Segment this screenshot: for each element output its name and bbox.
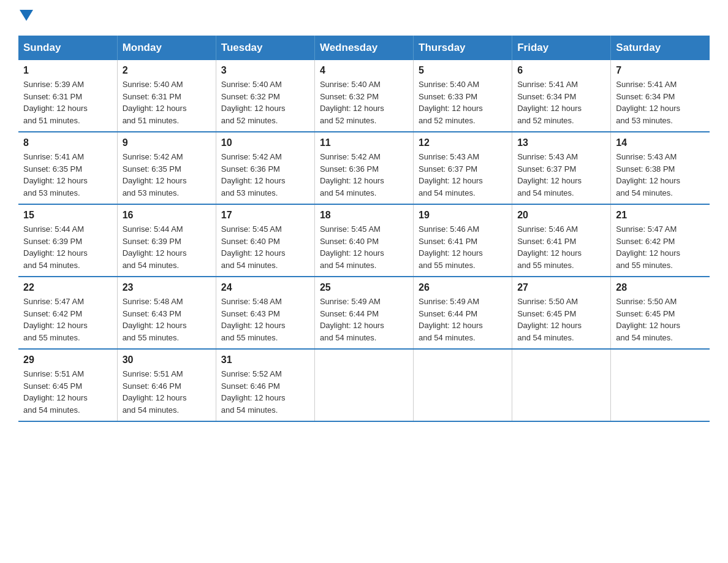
calendar-cell: 6Sunrise: 5:41 AMSunset: 6:34 PMDaylight…: [512, 60, 611, 132]
calendar-week-row: 8Sunrise: 5:41 AMSunset: 6:35 PMDaylight…: [18, 132, 710, 204]
calendar-table: SundayMondayTuesdayWednesdayThursdayFrid…: [18, 36, 710, 422]
calendar-cell: 16Sunrise: 5:44 AMSunset: 6:39 PMDayligh…: [117, 204, 216, 277]
day-number: 30: [123, 354, 211, 366]
day-number: 22: [23, 282, 112, 293]
day-info: Sunrise: 5:43 AMSunset: 6:37 PMDaylight:…: [517, 151, 605, 199]
calendar-cell: 12Sunrise: 5:43 AMSunset: 6:37 PMDayligh…: [414, 132, 512, 204]
calendar-cell: 14Sunrise: 5:43 AMSunset: 6:38 PMDayligh…: [611, 132, 710, 204]
day-info: Sunrise: 5:47 AMSunset: 6:42 PMDaylight:…: [23, 296, 112, 343]
day-info: Sunrise: 5:45 AMSunset: 6:40 PMDaylight:…: [221, 223, 309, 271]
day-number: 6: [517, 65, 605, 76]
calendar-cell: [314, 349, 413, 421]
calendar-header-thursday: Thursday: [414, 36, 512, 60]
day-number: 26: [419, 282, 507, 293]
calendar-cell: 22Sunrise: 5:47 AMSunset: 6:42 PMDayligh…: [18, 277, 117, 349]
calendar-cell: 5Sunrise: 5:40 AMSunset: 6:33 PMDaylight…: [414, 60, 512, 132]
day-info: Sunrise: 5:46 AMSunset: 6:41 PMDaylight:…: [419, 223, 507, 271]
calendar-header-monday: Monday: [117, 36, 216, 60]
calendar-header-sunday: Sunday: [18, 36, 117, 60]
day-info: Sunrise: 5:48 AMSunset: 6:43 PMDaylight:…: [123, 296, 211, 343]
calendar-cell: 23Sunrise: 5:48 AMSunset: 6:43 PMDayligh…: [117, 277, 216, 349]
calendar-cell: 7Sunrise: 5:41 AMSunset: 6:34 PMDaylight…: [611, 60, 710, 132]
logo-arrow-icon: [20, 10, 33, 23]
calendar-cell: 3Sunrise: 5:40 AMSunset: 6:32 PMDaylight…: [216, 60, 314, 132]
day-info: Sunrise: 5:50 AMSunset: 6:45 PMDaylight:…: [517, 296, 605, 343]
calendar-cell: 17Sunrise: 5:45 AMSunset: 6:40 PMDayligh…: [216, 204, 314, 277]
calendar-cell: 24Sunrise: 5:48 AMSunset: 6:43 PMDayligh…: [216, 277, 314, 349]
day-number: 8: [23, 137, 112, 148]
calendar-cell: 28Sunrise: 5:50 AMSunset: 6:45 PMDayligh…: [611, 277, 710, 349]
day-info: Sunrise: 5:41 AMSunset: 6:34 PMDaylight:…: [517, 79, 605, 126]
calendar-week-row: 29Sunrise: 5:51 AMSunset: 6:45 PMDayligh…: [18, 349, 710, 421]
calendar-cell: 18Sunrise: 5:45 AMSunset: 6:40 PMDayligh…: [314, 204, 413, 277]
calendar-cell: 26Sunrise: 5:49 AMSunset: 6:44 PMDayligh…: [414, 277, 512, 349]
day-number: 27: [517, 282, 605, 293]
day-info: Sunrise: 5:51 AMSunset: 6:45 PMDaylight:…: [23, 368, 112, 416]
day-number: 14: [616, 137, 705, 148]
day-number: 13: [517, 137, 605, 148]
day-number: 5: [419, 65, 507, 76]
day-number: 2: [123, 65, 211, 76]
day-info: Sunrise: 5:49 AMSunset: 6:44 PMDaylight:…: [320, 296, 408, 343]
day-number: 25: [320, 282, 408, 293]
day-info: Sunrise: 5:44 AMSunset: 6:39 PMDaylight:…: [123, 223, 211, 271]
day-info: Sunrise: 5:49 AMSunset: 6:44 PMDaylight:…: [419, 296, 507, 343]
day-number: 15: [23, 210, 112, 221]
day-info: Sunrise: 5:43 AMSunset: 6:38 PMDaylight:…: [616, 151, 705, 199]
calendar-header-tuesday: Tuesday: [216, 36, 314, 60]
calendar-header-friday: Friday: [512, 36, 611, 60]
day-number: 9: [123, 137, 211, 148]
day-number: 23: [123, 282, 211, 293]
day-number: 18: [320, 210, 408, 221]
calendar-week-row: 15Sunrise: 5:44 AMSunset: 6:39 PMDayligh…: [18, 204, 710, 277]
calendar-header-wednesday: Wednesday: [314, 36, 413, 60]
day-info: Sunrise: 5:48 AMSunset: 6:43 PMDaylight:…: [221, 296, 309, 343]
svg-marker-0: [20, 10, 33, 21]
calendar-cell: 19Sunrise: 5:46 AMSunset: 6:41 PMDayligh…: [414, 204, 512, 277]
day-number: 20: [517, 210, 605, 221]
calendar-week-row: 22Sunrise: 5:47 AMSunset: 6:42 PMDayligh…: [18, 277, 710, 349]
day-info: Sunrise: 5:42 AMSunset: 6:35 PMDaylight:…: [123, 151, 211, 199]
day-info: Sunrise: 5:39 AMSunset: 6:31 PMDaylight:…: [23, 79, 112, 126]
day-number: 16: [123, 210, 211, 221]
logo: [18, 12, 33, 23]
day-info: Sunrise: 5:40 AMSunset: 6:31 PMDaylight:…: [123, 79, 211, 126]
day-info: Sunrise: 5:40 AMSunset: 6:32 PMDaylight:…: [320, 79, 408, 126]
day-number: 3: [221, 65, 309, 76]
day-number: 19: [419, 210, 507, 221]
day-info: Sunrise: 5:52 AMSunset: 6:46 PMDaylight:…: [221, 368, 309, 416]
day-number: 21: [616, 210, 705, 221]
calendar-cell: [414, 349, 512, 421]
day-info: Sunrise: 5:41 AMSunset: 6:35 PMDaylight:…: [23, 151, 112, 199]
day-number: 28: [616, 282, 705, 293]
day-number: 7: [616, 65, 705, 76]
calendar-cell: 25Sunrise: 5:49 AMSunset: 6:44 PMDayligh…: [314, 277, 413, 349]
day-number: 1: [23, 65, 112, 76]
calendar-cell: 4Sunrise: 5:40 AMSunset: 6:32 PMDaylight…: [314, 60, 413, 132]
day-info: Sunrise: 5:40 AMSunset: 6:33 PMDaylight:…: [419, 79, 507, 126]
day-info: Sunrise: 5:46 AMSunset: 6:41 PMDaylight:…: [517, 223, 605, 271]
calendar-week-row: 1Sunrise: 5:39 AMSunset: 6:31 PMDaylight…: [18, 60, 710, 132]
day-info: Sunrise: 5:42 AMSunset: 6:36 PMDaylight:…: [320, 151, 408, 199]
day-number: 10: [221, 137, 309, 148]
day-info: Sunrise: 5:47 AMSunset: 6:42 PMDaylight:…: [616, 223, 705, 271]
calendar-cell: 30Sunrise: 5:51 AMSunset: 6:46 PMDayligh…: [117, 349, 216, 421]
calendar-cell: 27Sunrise: 5:50 AMSunset: 6:45 PMDayligh…: [512, 277, 611, 349]
calendar-cell: 9Sunrise: 5:42 AMSunset: 6:35 PMDaylight…: [117, 132, 216, 204]
day-info: Sunrise: 5:45 AMSunset: 6:40 PMDaylight:…: [320, 223, 408, 271]
day-number: 4: [320, 65, 408, 76]
calendar-cell: 31Sunrise: 5:52 AMSunset: 6:46 PMDayligh…: [216, 349, 314, 421]
calendar-cell: 21Sunrise: 5:47 AMSunset: 6:42 PMDayligh…: [611, 204, 710, 277]
calendar-header-saturday: Saturday: [611, 36, 710, 60]
calendar-cell: 2Sunrise: 5:40 AMSunset: 6:31 PMDaylight…: [117, 60, 216, 132]
day-info: Sunrise: 5:44 AMSunset: 6:39 PMDaylight:…: [23, 223, 112, 271]
day-info: Sunrise: 5:43 AMSunset: 6:37 PMDaylight:…: [419, 151, 507, 199]
calendar-cell: 15Sunrise: 5:44 AMSunset: 6:39 PMDayligh…: [18, 204, 117, 277]
calendar-header-row: SundayMondayTuesdayWednesdayThursdayFrid…: [18, 36, 710, 60]
day-info: Sunrise: 5:51 AMSunset: 6:46 PMDaylight:…: [123, 368, 211, 416]
day-number: 11: [320, 137, 408, 148]
day-info: Sunrise: 5:42 AMSunset: 6:36 PMDaylight:…: [221, 151, 309, 199]
calendar-cell: 20Sunrise: 5:46 AMSunset: 6:41 PMDayligh…: [512, 204, 611, 277]
day-number: 29: [23, 354, 112, 366]
day-number: 17: [221, 210, 309, 221]
